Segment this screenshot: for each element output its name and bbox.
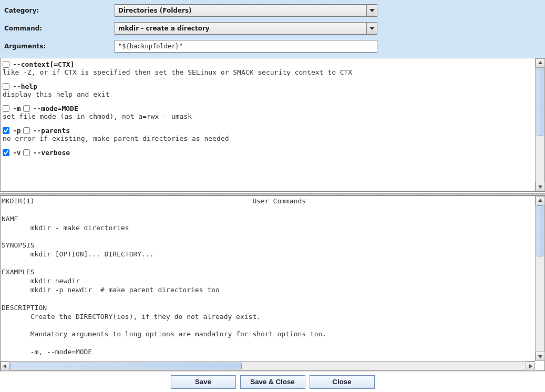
option-row: -p--parents: [3, 127, 533, 135]
category-dropdown[interactable]: Directories (Folders): [115, 4, 377, 17]
option-desc: display this help and exit: [3, 90, 533, 98]
manpage-text: MKDIR(1) User Commands NAME mkdir - make…: [2, 197, 534, 357]
option-row: --context[=CTX]: [3, 60, 533, 68]
scroll-up-icon[interactable]: [536, 58, 545, 68]
option-flag2: --mode=MODE: [33, 105, 78, 112]
command-label: Command:: [4, 25, 115, 32]
option-checkbox[interactable]: [23, 149, 30, 156]
option-checkbox[interactable]: [23, 105, 30, 112]
category-value: Directories (Folders): [115, 7, 366, 14]
command-dropdown[interactable]: mkdir - create a directory: [115, 22, 377, 35]
chevron-down-icon[interactable]: [366, 23, 377, 34]
option-group: -m--mode=MODEset file mode (as in chmod)…: [3, 105, 533, 120]
option-flag: --context[=CTX]: [13, 60, 74, 68]
scroll-up-icon[interactable]: [536, 196, 545, 205]
option-checkbox[interactable]: [3, 149, 9, 156]
manpage-pane: MKDIR(1) User Commands NAME mkdir - make…: [0, 195, 545, 371]
option-checkbox[interactable]: [3, 105, 9, 112]
save-close-button[interactable]: Save & Close: [240, 375, 305, 389]
option-flag: -p: [13, 127, 21, 135]
option-checkbox[interactable]: [3, 83, 9, 90]
arguments-label: Arguments:: [4, 43, 115, 50]
options-vscroll[interactable]: [535, 58, 544, 191]
option-flag2: --parents: [33, 127, 70, 135]
arguments-input[interactable]: [115, 40, 377, 53]
option-row: -v--verbose: [3, 149, 533, 157]
option-checkbox[interactable]: [23, 127, 30, 134]
manpage-vscroll[interactable]: [535, 196, 544, 361]
scroll-left-icon[interactable]: [1, 362, 10, 371]
option-row: --help: [3, 82, 533, 90]
option-flag: -m: [13, 105, 21, 112]
option-desc: set file mode (as in chmod), not a=rwx -…: [3, 112, 533, 120]
option-flag: -v: [13, 149, 21, 157]
category-label: Category:: [4, 7, 115, 14]
option-flag: --help: [13, 82, 37, 90]
options-pane: --context[=CTX]like -Z, or if CTX is spe…: [0, 58, 545, 192]
option-desc: no error if existing, make parent direct…: [3, 135, 533, 142]
option-group: -p--parentsno error if existing, make pa…: [3, 127, 533, 142]
option-desc: like -Z, or if CTX is specified then set…: [3, 68, 533, 76]
command-value: mkdir - create a directory: [115, 25, 366, 32]
manpage-hscroll[interactable]: [1, 361, 535, 370]
option-checkbox[interactable]: [3, 127, 9, 134]
form-panel: Category: Directories (Folders) Command:…: [0, 0, 545, 58]
option-checkbox[interactable]: [3, 61, 9, 68]
scroll-down-icon[interactable]: [536, 182, 545, 191]
scroll-right-icon[interactable]: [526, 362, 535, 371]
save-button[interactable]: Save: [171, 375, 236, 389]
chevron-down-icon[interactable]: [366, 5, 377, 16]
option-row: -m--mode=MODE: [3, 105, 533, 112]
option-group: -v--verbose: [3, 149, 533, 157]
scroll-down-icon[interactable]: [536, 352, 545, 361]
button-bar: Save Save & Close Close: [0, 371, 545, 392]
option-group: --helpdisplay this help and exit: [3, 82, 533, 98]
close-button[interactable]: Close: [310, 375, 375, 389]
option-flag2: --verbose: [33, 149, 70, 157]
option-group: --context[=CTX]like -Z, or if CTX is spe…: [3, 60, 533, 76]
